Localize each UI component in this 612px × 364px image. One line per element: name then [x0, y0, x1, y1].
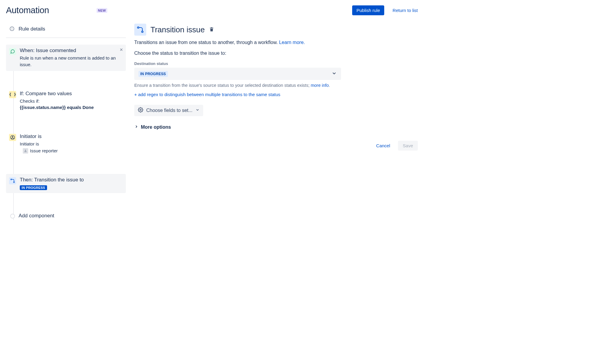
- sidebar: Rule details × When: Issue commented Rul…: [6, 24, 126, 223]
- person-icon: [9, 134, 16, 141]
- destination-help-text: Ensure a transition from the issue's sou…: [134, 83, 418, 88]
- chevron-down-icon: [195, 108, 200, 113]
- cancel-button[interactable]: Cancel: [373, 141, 393, 151]
- chevron-right-icon: [134, 125, 138, 130]
- condition-compare-bold: {{issue.status.name}} equals Done: [20, 105, 94, 110]
- header: Automation NEW Publish rule Return to li…: [6, 5, 418, 15]
- status-lozenge: IN PROGRESS: [20, 185, 47, 190]
- add-regex-link[interactable]: + add regex to distinguish between multi…: [134, 92, 418, 97]
- destination-status-select[interactable]: IN PROGRESS: [134, 68, 341, 80]
- destination-status-value: IN PROGRESS: [138, 71, 168, 77]
- svg-point-5: [25, 150, 26, 151]
- panel-actions: Cancel Save: [134, 141, 418, 151]
- empty-circle-icon: [10, 214, 15, 219]
- trash-icon[interactable]: [209, 27, 214, 33]
- choose-fields-label: Choose fields to set...: [146, 108, 192, 113]
- condition-initiator-desc: Initiator is Issue reporter: [20, 141, 123, 154]
- svg-point-7: [13, 182, 14, 183]
- action-transition-title: Then: Transition the issue to: [20, 177, 123, 183]
- avatar-placeholder-icon: [23, 148, 28, 154]
- rule-details-row[interactable]: Rule details: [6, 24, 126, 38]
- add-component-title: Add component: [19, 213, 123, 219]
- publish-rule-button[interactable]: Publish rule: [352, 5, 384, 15]
- panel-subtitle: Transitions an issue from one status to …: [134, 40, 418, 45]
- action-transition-step[interactable]: Then: Transition the issue to IN PROGRES…: [6, 174, 126, 193]
- panel-title: Transition issue: [150, 25, 205, 34]
- condition-initiator-title: Initiator is: [20, 134, 123, 139]
- chevron-down-icon: [331, 71, 337, 77]
- more-options-label: More options: [141, 125, 171, 130]
- condition-initiator-prefix: Initiator is: [20, 141, 39, 146]
- choose-status-prompt: Choose the status to transition the issu…: [134, 51, 418, 56]
- condition-compare-title: If: Compare two values: [20, 91, 123, 97]
- help-post: .: [329, 83, 330, 88]
- trigger-title: When: Issue commented: [20, 48, 123, 54]
- condition-compare-step[interactable]: { } If: Compare two values Checks if: {{…: [6, 88, 126, 114]
- transition-icon: [9, 177, 16, 184]
- condition-compare-prefix: Checks if:: [20, 98, 40, 104]
- close-icon[interactable]: ×: [120, 47, 123, 52]
- reporter-label: Issue reporter: [30, 148, 58, 154]
- condition-compare-desc: Checks if: {{issue.status.name}} equals …: [20, 98, 123, 111]
- choose-fields-button[interactable]: Choose fields to set...: [134, 105, 203, 116]
- transition-panel-icon: [134, 24, 146, 36]
- save-button[interactable]: Save: [398, 141, 418, 151]
- rule-details-label: Rule details: [19, 26, 45, 32]
- learn-more-link[interactable]: Learn more.: [279, 40, 305, 45]
- info-icon: [10, 26, 14, 32]
- svg-point-2: [12, 28, 12, 28]
- svg-point-9: [142, 31, 143, 33]
- braces-icon: { }: [9, 91, 16, 98]
- main-panel: Transition issue Transitions an issue fr…: [134, 24, 418, 151]
- panel-header: Transition issue: [134, 24, 418, 36]
- trigger-step[interactable]: × When: Issue commented Rule is run when…: [6, 45, 126, 71]
- panel-subtitle-text: Transitions an issue from one status to …: [134, 40, 279, 45]
- page-title: Automation: [6, 5, 49, 15]
- svg-point-10: [140, 109, 141, 111]
- add-component-step[interactable]: Add component: [6, 210, 126, 223]
- header-right: Publish rule Return to list: [352, 5, 418, 15]
- more-info-link[interactable]: more info: [311, 83, 329, 88]
- comment-icon: [9, 48, 16, 55]
- condition-initiator-step[interactable]: Initiator is Initiator is Issue reporter: [6, 131, 126, 157]
- new-badge: NEW: [97, 8, 108, 13]
- gear-icon: [138, 107, 143, 114]
- rule-chain: × When: Issue commented Rule is run when…: [6, 45, 126, 223]
- destination-status-label: Destination status: [134, 61, 418, 66]
- svg-point-4: [12, 136, 13, 137]
- header-left: Automation NEW: [6, 5, 107, 15]
- return-to-list-link[interactable]: Return to list: [393, 8, 418, 13]
- help-pre: Ensure a transition from the issue's sou…: [134, 83, 311, 88]
- trigger-desc: Rule is run when a new comment is added …: [20, 55, 123, 68]
- more-options-toggle[interactable]: More options: [134, 125, 418, 130]
